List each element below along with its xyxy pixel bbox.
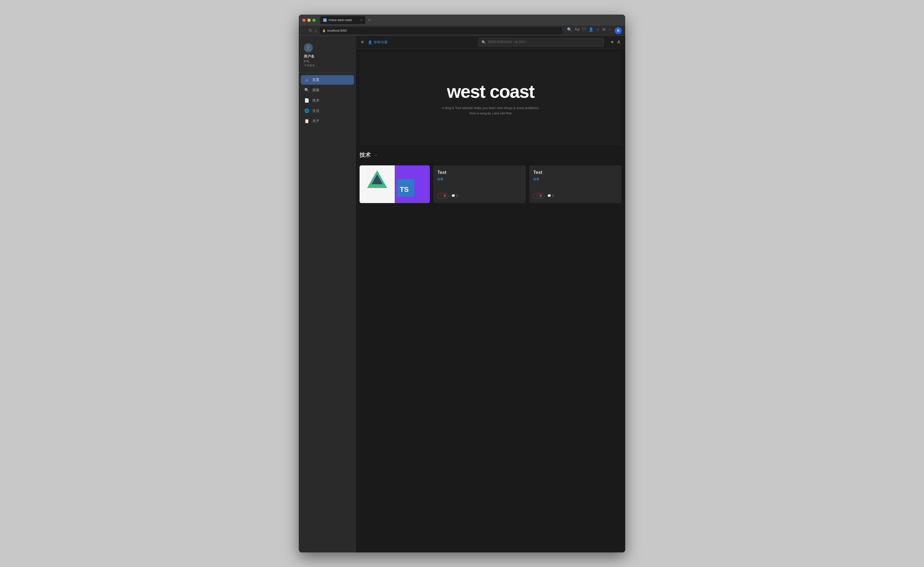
about-icon: 📋	[304, 119, 309, 123]
section-arrow[interactable]: →	[373, 153, 378, 158]
sidebar-item-search[interactable]: 🔍 搜索	[301, 85, 354, 95]
search-bar[interactable]: 🔍 搜索你想要的内容（按 回车）	[478, 38, 604, 47]
comment-icon-1: 💬	[452, 194, 455, 197]
browser-addressbar: ← ↻ ⌂ 🔒 localhost:3000 🔍 Aa 🛡 👤 ☆ ⚙ ⋯ B	[299, 26, 625, 36]
comment-count-1: 0	[456, 194, 458, 197]
tab-area: W Home west coast × +	[320, 16, 622, 24]
traffic-lights	[302, 19, 316, 22]
user-email: 邮箱	[304, 59, 351, 63]
main-content: west coast A blog & Tool website helps y…	[356, 49, 625, 552]
home-icon: ⌂	[304, 78, 309, 82]
bing-button[interactable]: B	[615, 27, 622, 34]
card-abstract-2[interactable]: 摘要	[533, 177, 618, 182]
refresh-button[interactable]: ↻	[309, 28, 312, 33]
heart-icon-1: ♡	[440, 194, 443, 197]
hero-subtitle: A blog & Tool website helps you learn ne…	[442, 105, 539, 116]
card-meta-1: ♡ 0 💬 0	[437, 193, 522, 199]
card-text-2: Test 摘要 ♡ 0 💬 0	[529, 165, 622, 203]
topbar-right: ☀ A	[610, 40, 620, 45]
card-image-vue-ts[interactable]: TS	[360, 165, 430, 203]
section-title: 技术	[360, 151, 370, 159]
tab-favicon-icon: W	[323, 18, 327, 22]
reader-icon[interactable]: Aa	[574, 27, 579, 34]
card-abstract-1[interactable]: 摘要	[437, 177, 522, 182]
browser-titlebar: W Home west coast × +	[299, 15, 625, 26]
app-container: 👤 用户名 邮箱 个性签名 ⌂ 主页 🔍 搜索 📄 技术	[299, 36, 625, 552]
shield-icon[interactable]: 🛡	[582, 27, 586, 34]
tab-close-button[interactable]: ×	[360, 18, 362, 22]
language-icon[interactable]: A	[617, 40, 620, 45]
search-nav-icon: 🔍	[304, 88, 309, 92]
card-text-1: Test 摘要 ♡ 0 💬 0	[434, 165, 526, 203]
hero-section: west coast A blog & Tool website helps y…	[360, 52, 622, 145]
right-panel: ≡ 👤 登录/注册 🔍 搜索你想要的内容（按 回车） ☀ A wes	[356, 36, 625, 552]
comment-info-1: 💬 0	[452, 194, 458, 197]
tech-icon: 📄	[304, 98, 309, 103]
hero-title: west coast	[447, 82, 534, 102]
sidebar-item-tech[interactable]: 📄 技术	[301, 96, 354, 105]
theme-toggle-icon[interactable]: ☀	[610, 40, 614, 45]
tech-section: 技术 →	[356, 149, 625, 208]
life-icon: 🌐	[304, 108, 309, 113]
avatar: 👤	[304, 43, 313, 52]
hero-subtitle-from: from a song by	[470, 111, 492, 115]
comment-icon-2: 💬	[548, 194, 551, 197]
avatar-icon: 👤	[306, 45, 311, 51]
active-tab[interactable]: W Home west coast ×	[320, 16, 365, 24]
ellipsis-icon[interactable]: ⋯	[608, 27, 612, 34]
sidebar-item-tech-label: 技术	[312, 98, 320, 103]
sidebar: 👤 用户名 邮箱 个性签名 ⌂ 主页 🔍 搜索 📄 技术	[299, 36, 356, 552]
browser-window: W Home west coast × + ← ↻ ⌂ 🔒 localhost:…	[299, 15, 625, 552]
search-browser-icon[interactable]: 🔍	[567, 27, 572, 34]
user-name: 用户名	[304, 54, 351, 59]
search-bar-icon: 🔍	[482, 40, 486, 44]
card-title-1: Test	[437, 170, 522, 175]
user-login-icon: 👤	[368, 40, 372, 44]
heart-icon-2: ♡	[536, 194, 539, 197]
login-label: 登录/注册	[374, 40, 388, 45]
sidebar-item-life[interactable]: 🌐 生活	[301, 106, 354, 116]
user-section: 👤 用户名 邮箱 个性签名	[299, 41, 356, 73]
card-meta-2: ♡ 0 💬 0	[533, 193, 618, 199]
tab-title: Home west coast	[328, 18, 352, 22]
sidebar-item-home[interactable]: ⌂ 主页	[301, 75, 354, 85]
hero-subtitle-line1: A blog & Tool website helps you learn ne…	[442, 106, 539, 110]
vue-ts-svg: TS	[360, 165, 430, 203]
lock-icon: 🔒	[322, 29, 326, 32]
new-tab-button[interactable]: +	[367, 17, 372, 24]
home-browser-button[interactable]: ⌂	[315, 29, 317, 33]
fullscreen-traffic-light[interactable]	[312, 19, 316, 22]
comment-count-2: 0	[552, 194, 554, 197]
browser-tools: 🔍 Aa 🛡 👤 ☆ ⚙ ⋯ B	[567, 27, 622, 34]
sidebar-item-home-label: 主页	[312, 78, 320, 82]
comment-info-2: 💬 0	[548, 194, 554, 197]
like-button-2[interactable]: ♡ 0	[533, 193, 544, 199]
minimize-traffic-light[interactable]	[308, 19, 310, 22]
cards-row: TS Test 摘要 ♡ 0	[360, 165, 622, 203]
section-header: 技术 →	[360, 149, 622, 161]
like-button-1[interactable]: ♡ 0	[437, 193, 448, 199]
back-button[interactable]: ←	[302, 29, 306, 33]
sidebar-item-life-label: 生活	[312, 108, 320, 113]
svg-text:TS: TS	[400, 185, 409, 193]
address-field[interactable]: 🔒 localhost:3000	[320, 27, 562, 34]
hero-subtitle-author: Lana Del Rey	[492, 111, 512, 115]
close-traffic-light[interactable]	[302, 19, 306, 22]
sidebar-item-about[interactable]: 📋 关于	[301, 116, 354, 126]
user-account-icon[interactable]: 👤	[588, 27, 594, 34]
settings-icon[interactable]: ⚙	[602, 27, 606, 34]
like-count-2: 0	[540, 194, 542, 197]
menu-button[interactable]: ≡	[361, 39, 364, 45]
favorites-icon[interactable]: ☆	[596, 27, 600, 34]
sidebar-item-about-label: 关于	[312, 119, 320, 123]
url-text: localhost:3000	[327, 29, 347, 32]
nav-items: ⌂ 主页 🔍 搜索 📄 技术 🌐 生活 📋 关于	[299, 75, 356, 126]
like-count-1: 0	[444, 194, 446, 197]
user-bio: 个性签名	[304, 63, 351, 67]
login-button[interactable]: 👤 登录/注册	[368, 40, 388, 45]
sidebar-item-search-label: 搜索	[312, 88, 320, 92]
search-placeholder: 搜索你想要的内容（按 回车）	[488, 40, 528, 44]
topbar: ≡ 👤 登录/注册 🔍 搜索你想要的内容（按 回车） ☀ A	[356, 36, 625, 49]
card-title-2: Test	[533, 170, 618, 175]
